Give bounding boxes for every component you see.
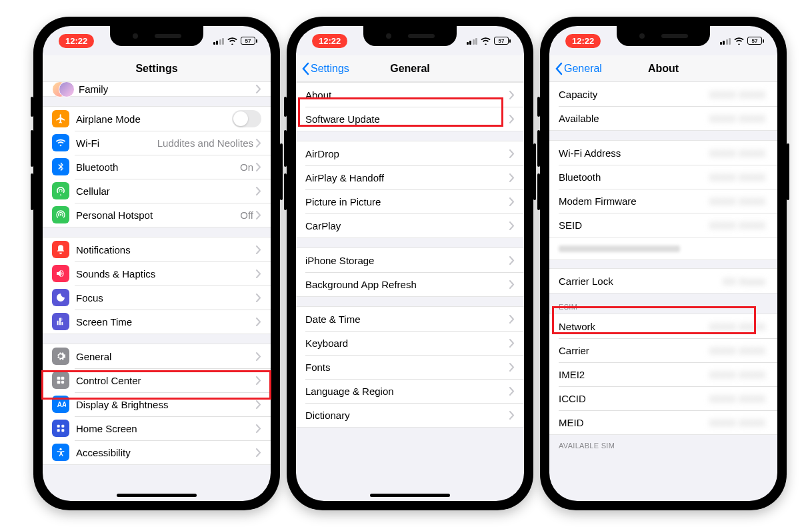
row-label: Available xyxy=(559,113,599,124)
toggle-switch[interactable] xyxy=(232,110,261,127)
row-label: Family xyxy=(79,83,108,95)
about-row-meid[interactable]: MEIDXXXX XXXX xyxy=(549,410,777,434)
about-row-wi-fi-address[interactable]: Wi-Fi AddressXXXX XXXX xyxy=(549,141,777,165)
about-row-network[interactable]: NetworkXXXX XXXX xyxy=(549,314,777,338)
row-label: Capacity xyxy=(559,89,597,100)
page-title: General xyxy=(390,63,430,75)
general-row-background-app-refresh[interactable]: Background App Refresh xyxy=(296,272,524,296)
about-row-modem-firmware[interactable]: Modem FirmwareXXXX XXXX xyxy=(549,189,777,213)
phone-general: 12:22 57 Settings General AboutSoftware … xyxy=(287,17,533,510)
bluetooth-icon xyxy=(52,158,69,175)
row-label: Accessibility xyxy=(76,447,131,458)
general-row-dictionary[interactable]: Dictionary xyxy=(296,403,524,427)
general-row-language-region[interactable]: Language & Region xyxy=(296,379,524,403)
row-label: ICCID xyxy=(559,393,586,404)
settings-row-bluetooth[interactable]: BluetoothOn xyxy=(43,155,271,179)
status-time-pill: 12:22 xyxy=(565,34,601,48)
settings-row-accessibility[interactable]: Accessibility xyxy=(43,440,271,464)
row-label: Bluetooth xyxy=(76,161,118,173)
chevron-right-icon xyxy=(509,339,515,348)
general-row-airplay-handoff[interactable]: AirPlay & Handoff xyxy=(296,165,524,189)
settings-row-general[interactable]: General xyxy=(43,344,271,368)
general-row-software-update[interactable]: Software Update xyxy=(296,107,524,131)
general-group-4: Date & TimeKeyboardFontsLanguage & Regio… xyxy=(296,306,524,428)
chevron-right-icon xyxy=(256,400,261,409)
general-row-about[interactable]: About xyxy=(296,83,524,107)
svg-rect-2 xyxy=(61,377,65,380)
settings-row-display[interactable]: AADisplay & Brightness xyxy=(43,392,271,416)
row-label: CarPlay xyxy=(305,220,341,231)
settings-row-focus[interactable]: Focus xyxy=(43,286,271,310)
status-time-pill: 12:22 xyxy=(59,34,94,48)
row-label: Notifications xyxy=(76,244,131,255)
about-row-capacity[interactable]: CapacityXXXX XXXX xyxy=(549,82,777,106)
row-value: Off xyxy=(240,209,253,221)
chevron-right-icon xyxy=(256,376,261,385)
settings-row-hotspot[interactable]: Personal HotspotOff xyxy=(43,203,271,227)
row-value: XXXX XXXX xyxy=(709,89,765,100)
hotspot-icon xyxy=(52,206,69,223)
row-label: Carrier xyxy=(559,345,589,356)
general-row-fonts[interactable]: Fonts xyxy=(296,355,524,379)
row-label: Carrier Lock xyxy=(559,276,613,287)
chevron-right-icon xyxy=(256,448,261,457)
about-row-available[interactable]: AvailableXXXX XXXX xyxy=(549,106,777,130)
general-group-2: AirDropAirPlay & HandoffPicture in Pictu… xyxy=(296,141,524,238)
chevron-right-icon xyxy=(509,197,515,206)
chevron-right-icon xyxy=(509,363,515,372)
general-row-picture-in-picture[interactable]: Picture in Picture xyxy=(296,189,524,213)
settings-row-airplane[interactable]: Airplane Mode xyxy=(43,107,271,131)
back-button[interactable]: Settings xyxy=(301,62,349,75)
row-label: Dictionary xyxy=(305,410,350,421)
general-row-keyboard[interactable]: Keyboard xyxy=(296,331,524,355)
row-label: MEID xyxy=(559,417,584,428)
row-value: XXXX XXXX xyxy=(709,171,765,183)
settings-row-controlcenter[interactable]: Control Center xyxy=(43,368,271,392)
general-row-carplay[interactable]: CarPlay xyxy=(296,213,524,237)
row-label: Software Update xyxy=(305,113,380,125)
general-group-3: iPhone StorageBackground App Refresh xyxy=(296,247,524,297)
home-indicator[interactable] xyxy=(117,494,197,497)
about-row-carrier-lock[interactable]: Carrier Lock XX Xxxxx xyxy=(549,269,777,293)
row-label: Picture in Picture xyxy=(305,196,381,207)
settings-row-wifi[interactable]: Wi-FiLuddites and Neolites xyxy=(43,131,271,155)
chevron-right-icon xyxy=(256,270,261,278)
back-button[interactable]: General xyxy=(555,62,602,75)
about-row-bluetooth[interactable]: BluetoothXXXX XXXX xyxy=(549,165,777,189)
about-row-seid[interactable]: SEIDXXXX XXXX xyxy=(549,213,777,237)
row-label: Date & Time xyxy=(305,314,361,325)
settings-row-sounds[interactable]: Sounds & Haptics xyxy=(43,261,271,286)
row-label: About xyxy=(305,89,331,101)
settings-row-notifications[interactable]: Notifications xyxy=(43,237,271,261)
about-row-carrier[interactable]: CarrierXXXX XXXX xyxy=(549,338,777,362)
row-label: SEID xyxy=(559,219,582,231)
svg-rect-6 xyxy=(57,425,60,428)
chevron-right-icon xyxy=(256,245,261,254)
general-row-date-time[interactable]: Date & Time xyxy=(296,307,524,331)
row-value: XXXX XXXX xyxy=(709,393,765,404)
screentime-icon xyxy=(52,313,69,330)
family-avatars-icon xyxy=(52,82,73,97)
chevron-right-icon xyxy=(256,139,261,147)
general-row-airdrop[interactable]: AirDrop xyxy=(296,141,524,165)
settings-row-homescreen[interactable]: Home Screen xyxy=(43,416,271,440)
chevron-right-icon xyxy=(256,85,261,93)
page-title: About xyxy=(648,63,679,75)
settings-row-cellular[interactable]: Cellular xyxy=(43,179,271,203)
controlcenter-icon xyxy=(52,372,69,389)
about-group-identifiers: Wi-Fi AddressXXXX XXXXBluetoothXXXX XXXX… xyxy=(549,140,777,237)
row-label: Modem Firmware xyxy=(559,195,637,207)
about-row-imei2[interactable]: IMEI2XXXX XXXX xyxy=(549,362,777,386)
settings-row-screentime[interactable]: Screen Time xyxy=(43,310,271,334)
row-value: XXXX XXXX xyxy=(709,195,765,207)
chevron-right-icon xyxy=(256,294,261,302)
general-row-iphone-storage[interactable]: iPhone Storage xyxy=(296,248,524,272)
row-label: Cellular xyxy=(76,185,110,197)
back-label: General xyxy=(564,63,602,75)
chevron-right-icon xyxy=(509,173,515,182)
about-row-iccid[interactable]: ICCIDXXXX XXXX xyxy=(549,386,777,410)
svg-text:AA: AA xyxy=(57,401,66,408)
settings-row-family[interactable]: Family xyxy=(43,82,271,97)
battery-icon: 57 xyxy=(241,37,257,45)
home-indicator[interactable] xyxy=(370,494,450,497)
